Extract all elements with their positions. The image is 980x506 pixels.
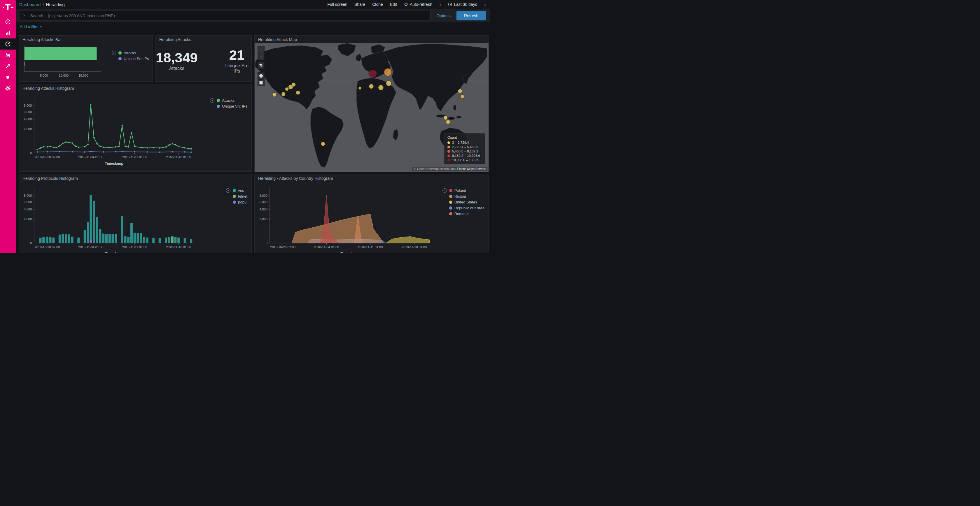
metric-unique-ips: 21 Unique Src IPs [222,48,251,73]
attacks-count: 18,349 [156,51,198,65]
country-histogram-chart[interactable]: 02,0004,0006,0008,0002018-10-28 02:00201… [255,182,433,253]
sidebar-item-monitoring[interactable] [0,72,16,83]
zoom-out-button[interactable]: − [258,53,264,60]
kibana-app: T [0,0,490,253]
refresh-button[interactable]: Refresh [457,11,486,21]
legend-item[interactable]: Romania [442,212,484,216]
svg-text:2018-11-11 01:00: 2018-11-11 01:00 [358,246,383,249]
legend-toggle-icon[interactable]: › [112,51,116,55]
attack-location-dot[interactable] [443,116,447,120]
panel-title: Heralding Attacks Histogram [19,84,251,92]
legend-label[interactable]: Russia [454,194,466,198]
time-back-button[interactable]: ‹ [439,2,441,7]
attack-location-dot[interactable] [292,82,296,87]
attack-location-dot[interactable] [272,93,277,97]
time-range-picker[interactable]: Last 30 days [448,2,477,7]
legend-item[interactable]: United States [442,200,484,204]
legend-label[interactable]: Poland [454,188,466,193]
svg-text:15,000: 15,000 [78,74,88,77]
sidebar-item-tpot[interactable] [0,49,16,60]
attack-location-dot[interactable] [358,87,361,89]
attack-location-dot[interactable] [321,142,325,146]
legend-item[interactable]: ›Attacks [210,98,247,103]
sidebar-item-discover[interactable] [0,16,16,27]
attack-location-dot[interactable] [282,92,286,96]
legend-item[interactable]: telnet [226,194,247,198]
add-filter-link[interactable]: Add a filter+ [20,24,42,29]
search-input[interactable] [30,13,428,18]
fullscreen-button[interactable]: Full screen [327,2,347,7]
sidebar-item-settings[interactable] [0,83,16,94]
legend-item[interactable]: Russia [442,194,484,198]
attack-location-dot[interactable] [446,120,450,124]
legend-toggle-icon[interactable]: › [210,98,215,103]
attack-location-dot[interactable] [369,69,377,78]
panel-title: Heralding Protocols Histogram [19,174,251,182]
attack-location-dot[interactable] [369,84,374,89]
search-input-box[interactable]: >_ [20,11,431,21]
crop-icon[interactable] [258,62,264,69]
svg-text:2018-11-04 01:00: 2018-11-04 01:00 [78,155,103,159]
legend-item[interactable]: Unique Src IPs [210,104,247,108]
legend-label[interactable]: Unique Src IPs [124,57,149,61]
options-link[interactable]: Options [437,13,450,18]
attacks-bar-chart[interactable]: 5,00010,00015,000 [21,44,109,79]
legend-label[interactable]: Romania [454,212,469,216]
legend-color-dot [217,105,220,108]
clock-icon [448,2,452,6]
attack-location-dot[interactable] [296,90,300,95]
legend-item[interactable]: Unique Src IPs [112,57,149,61]
attack-location-dot[interactable] [285,87,289,90]
legend-label[interactable]: pop3 [238,200,247,204]
wrench-icon [5,63,11,69]
edit-button[interactable]: Edit [390,2,397,7]
attack-location-dot[interactable] [378,85,383,90]
breadcrumb: Dashboard / Heralding [19,2,65,7]
legend-toggle-icon[interactable]: › [442,188,447,193]
svg-text:Timestamp: Timestamp [340,252,359,253]
attacks-histogram-legend: ›AttacksUnique Src IPs [210,98,247,110]
legend-label[interactable]: Attacks [124,51,136,55]
attacks-label: Attacks [156,66,198,71]
legend-item[interactable]: pop3 [226,200,247,204]
attack-location-dot[interactable] [458,89,462,93]
map-legend-item: 10,908.6 – 13,635 [447,158,482,162]
legend-toggle-icon[interactable]: › [226,188,231,193]
svg-text:4,000: 4,000 [24,208,32,211]
legend-label[interactable]: telnet [238,194,247,198]
legend-item[interactable]: Republic of Korea [442,206,484,210]
sidebar-item-tools[interactable] [0,60,16,72]
legend-label[interactable]: vnc [238,188,244,193]
attack-location-dot[interactable] [384,68,392,76]
time-forward-button[interactable]: › [484,2,486,7]
rectangle-draw-icon[interactable] [258,79,264,86]
share-button[interactable]: Share [355,2,365,7]
breadcrumb-dashboard-link[interactable]: Dashboard [19,2,41,7]
sidebar-item-dashboard[interactable] [0,38,16,49]
auto-refresh-button[interactable]: Auto-refresh [404,2,432,7]
attacks-histogram-chart[interactable]: 02,0004,0006,0008,0002018-10-28 02:00201… [19,92,197,171]
sidebar-item-visualize[interactable] [0,27,16,38]
clone-button[interactable]: Clone [372,2,383,7]
map-legend-range: 5,455.8 – 8,182.2 [452,149,478,153]
legend-label[interactable]: Attacks [222,98,234,103]
legend-item[interactable]: ›Attacks [112,51,149,55]
svg-text:4,000: 4,000 [24,117,32,121]
legend-item[interactable]: ›vnc [226,188,247,193]
attack-location-dot[interactable] [461,95,464,98]
legend-label[interactable]: United States [454,200,477,204]
legend-label[interactable]: Unique Src IPs [222,104,247,108]
legend-label[interactable]: Republic of Korea [454,206,484,210]
telekom-logo[interactable]: T [0,0,16,16]
map-legend-item: 8,182.2 – 10,908.6 [447,154,482,157]
attack-location-dot[interactable] [386,81,391,86]
map-count-legend: Count 3 – 2,729.42,729.4 – 5,455.85,455.… [444,133,485,164]
map-legend-range: 10,908.6 – 13,635 [452,158,479,162]
polygon-draw-icon[interactable] [258,72,264,79]
zoom-in-button[interactable]: + [258,46,264,53]
country-histogram-body: 02,0004,0006,0008,0002018-10-28 02:00201… [255,182,488,253]
legend-color-dot [118,51,122,54]
map-legend-range: 3 – 2,729.4 [452,141,469,144]
protocols-histogram-chart[interactable]: 02,0004,0006,0008,0002018-10-28 02:00201… [19,182,197,253]
legend-item[interactable]: ›Poland [442,188,484,193]
